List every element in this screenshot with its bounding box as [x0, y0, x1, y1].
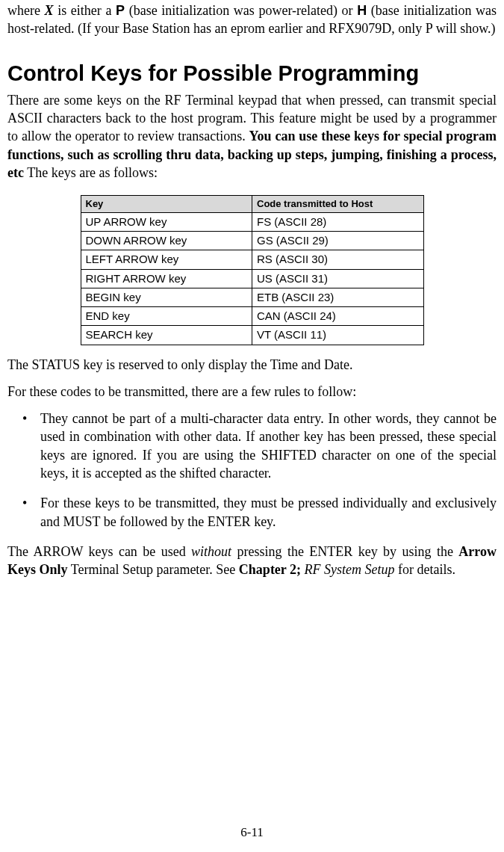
table-cell-key: LEFT ARROW key [81, 250, 252, 269]
arrow-keys-paragraph: The ARROW keys can be used without press… [7, 543, 497, 579]
table-row: DOWN ARROW key GS (ASCII 29) [81, 232, 423, 250]
table-cell-key: END key [81, 307, 252, 326]
table-row: END key CAN (ASCII 24) [81, 307, 423, 326]
arrow-without: without [191, 544, 231, 559]
table-row: RIGHT ARROW key US (ASCII 31) [81, 269, 423, 288]
intro-paragraph: where X is either a P (base initializati… [7, 1, 497, 38]
table-cell-code: RS (ASCII 30) [252, 250, 424, 269]
chapter-ref: Chapter 2; [239, 562, 301, 577]
table-cell-code: FS (ASCII 28) [252, 212, 424, 231]
arrow-a: The ARROW keys can be used [7, 544, 191, 559]
intro-x: X [45, 3, 54, 18]
table-row: BEGIN key ETB (ASCII 23) [81, 288, 423, 306]
rf-setup-ref: RF System Setup [305, 562, 395, 577]
table-cell-key: BEGIN key [81, 288, 252, 306]
page-number: 6-11 [0, 824, 504, 842]
list-item: They cannot be part of a multi-character… [7, 410, 497, 482]
table-row: UP ARROW key FS (ASCII 28) [81, 212, 423, 231]
table-cell-key: SEARCH key [81, 326, 252, 345]
intro-mid2: (base initialization was power-related) … [125, 3, 357, 18]
codes-table: Key Code transmitted to Host UP ARROW ke… [81, 195, 424, 345]
section-heading: Control Keys for Possible Programming [7, 59, 497, 88]
table-cell-key: UP ARROW key [81, 212, 252, 231]
arrow-c: Terminal Setup parameter. See [68, 562, 239, 577]
intro-prefix: where [7, 3, 45, 18]
intro-mid1: is either a [54, 3, 116, 18]
table-cell-key: DOWN ARROW key [81, 232, 252, 250]
rules-intro-paragraph: For these codes to be transmitted, there… [7, 383, 497, 401]
table-header-key: Key [81, 196, 252, 213]
table-cell-code: ETB (ASCII 23) [252, 288, 424, 306]
table-cell-code: GS (ASCII 29) [252, 232, 424, 250]
table-header-row: Key Code transmitted to Host [81, 196, 423, 213]
arrow-e: for details. [395, 562, 455, 577]
table-cell-code: US (ASCII 31) [252, 269, 424, 288]
list-item: For these keys to be transmitted, they m… [7, 494, 497, 531]
table-row: SEARCH key VT (ASCII 11) [81, 326, 423, 345]
table-header-code: Code transmitted to Host [252, 196, 424, 213]
table-cell-code: VT (ASCII 11) [252, 326, 424, 345]
status-key-paragraph: The STATUS key is reserved to only displ… [7, 356, 497, 374]
table-cell-key: RIGHT ARROW key [81, 269, 252, 288]
table-cell-code: CAN (ASCII 24) [252, 307, 424, 326]
intro-h: H [357, 3, 367, 18]
overview-b: The keys are as follows: [24, 165, 158, 180]
table-row: LEFT ARROW key RS (ASCII 30) [81, 250, 423, 269]
arrow-b: pressing the ENTER key by using the [231, 544, 458, 559]
rules-list: They cannot be part of a multi-character… [7, 410, 497, 531]
intro-p: P [116, 3, 125, 18]
overview-paragraph: There are some keys on the RF Terminal k… [7, 91, 497, 182]
